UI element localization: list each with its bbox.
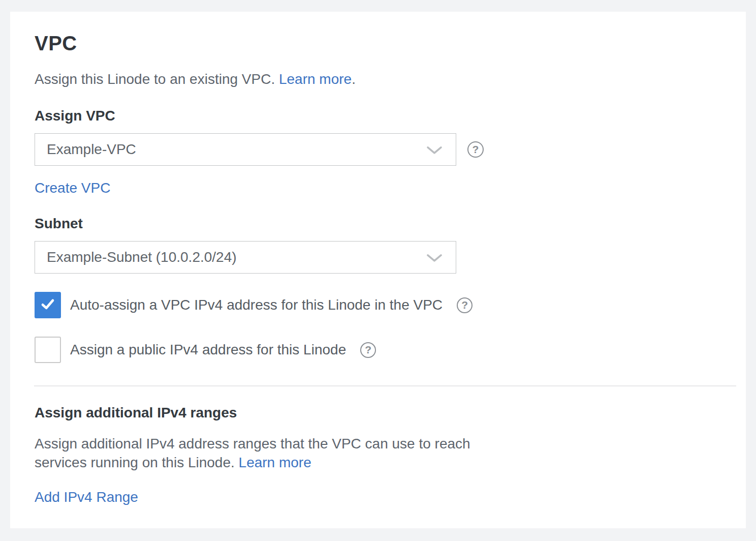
auto-assign-ipv4-help-icon[interactable]: ? bbox=[457, 297, 472, 313]
checkmark-icon bbox=[39, 295, 56, 315]
learn-more-link[interactable]: Learn more bbox=[279, 71, 352, 87]
chevron-down-icon bbox=[426, 146, 443, 155]
vpc-panel: VPC Assign this Linode to an existing VP… bbox=[10, 12, 746, 528]
assign-vpc-selected-value: Example-VPC bbox=[47, 141, 136, 158]
auto-assign-ipv4-row: Auto-assign a VPC IPv4 address for this … bbox=[35, 292, 721, 318]
description-line-1: Assign additional IPv4 address ranges th… bbox=[35, 434, 721, 453]
public-ipv4-label: Assign a public IPv4 address for this Li… bbox=[70, 342, 346, 358]
description-line-2: services running on this Linode. Learn m… bbox=[35, 453, 721, 472]
public-ipv4-checkbox[interactable] bbox=[35, 337, 61, 363]
subnet-selected-value: Example-Subnet (10.0.2.0/24) bbox=[47, 249, 237, 265]
additional-ranges-title: Assign additional IPv4 ranges bbox=[35, 405, 721, 421]
auto-assign-ipv4-checkbox[interactable] bbox=[35, 292, 61, 318]
public-ipv4-help-icon[interactable]: ? bbox=[360, 342, 376, 358]
assign-vpc-help-icon[interactable]: ? bbox=[467, 141, 484, 158]
auto-assign-ipv4-label: Auto-assign a VPC IPv4 address for this … bbox=[70, 297, 443, 313]
intro-text: Assign this Linode to an existing VPC. L… bbox=[35, 70, 721, 88]
subnet-select[interactable]: Example-Subnet (10.0.2.0/24) bbox=[35, 241, 456, 274]
assign-vpc-select[interactable]: Example-VPC bbox=[35, 133, 456, 166]
page-background: VPC Assign this Linode to an existing VP… bbox=[0, 0, 756, 541]
intro-sentence: Assign this Linode to an existing VPC. bbox=[35, 71, 275, 87]
add-ipv4-range-link[interactable]: Add IPv4 Range bbox=[35, 489, 138, 505]
ranges-learn-more-link[interactable]: Learn more bbox=[239, 455, 311, 470]
additional-ranges-description: Assign additional IPv4 address ranges th… bbox=[35, 434, 721, 472]
chevron-down-icon bbox=[426, 254, 443, 262]
section-divider bbox=[34, 385, 736, 386]
page-title: VPC bbox=[35, 32, 721, 55]
create-vpc-link[interactable]: Create VPC bbox=[35, 180, 110, 196]
intro-suffix: . bbox=[352, 71, 356, 87]
subnet-label: Subnet bbox=[35, 216, 721, 232]
assign-vpc-label: Assign VPC bbox=[35, 108, 721, 124]
public-ipv4-row: Assign a public IPv4 address for this Li… bbox=[35, 337, 721, 363]
